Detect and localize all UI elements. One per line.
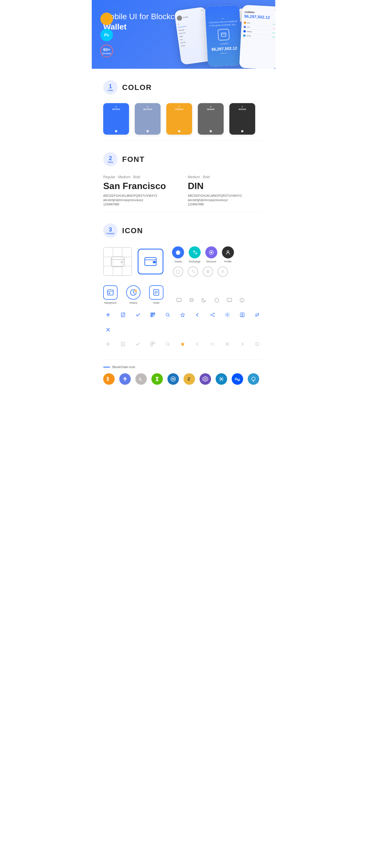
svg-rect-16 xyxy=(109,293,110,294)
assets-icon-filled[interactable] xyxy=(172,246,184,258)
add-icon[interactable] xyxy=(103,310,113,320)
swap-icon[interactable] xyxy=(252,310,262,320)
sf-uppercase: ABCDEFGHIJKLMNOPQRSTUVWXYZ xyxy=(103,194,179,197)
stratis-icon[interactable] xyxy=(216,373,227,385)
din-uppercase: ABCDEFGHIJKLMNOPQRSTUVWXYZ xyxy=(188,194,264,197)
qr-icon-gray[interactable] xyxy=(148,339,158,349)
svg-text:Ł: Ł xyxy=(139,376,142,381)
add-icon-gray[interactable] xyxy=(103,339,113,349)
profile-icon-filled[interactable] xyxy=(222,246,234,258)
svg-marker-11 xyxy=(176,270,180,274)
nav-icons-row-outline xyxy=(172,267,234,277)
bitcoin-icon[interactable]: ₿ xyxy=(103,373,115,385)
color-section-header: 1 ONE COLOR xyxy=(103,80,264,95)
edit-doc-icon[interactable] xyxy=(118,310,128,320)
info-icon-gray[interactable] xyxy=(252,339,262,349)
svg-marker-7 xyxy=(176,250,180,255)
waves-icon[interactable] xyxy=(232,373,243,385)
svg-point-35 xyxy=(210,314,211,315)
check-icon-gray[interactable] xyxy=(133,339,143,349)
qtum-icon[interactable] xyxy=(248,373,259,385)
management-icon[interactable] xyxy=(103,285,117,300)
order-label: Order xyxy=(153,301,160,304)
nav-icons-container: Assets Exchange Discover xyxy=(172,246,234,277)
forward-icon-gray[interactable] xyxy=(237,339,247,349)
chat-icon[interactable] xyxy=(175,296,183,304)
din-numbers: 1234567890 xyxy=(188,203,264,206)
swap-icon-gray[interactable] xyxy=(207,339,217,349)
svg-marker-48 xyxy=(123,377,127,380)
color-title: COLOR xyxy=(122,83,152,92)
blockchain-section: BlockChain Icon ₿ Ł Z xyxy=(92,360,275,396)
icon-assets: Assets xyxy=(172,246,184,263)
dash-icon[interactable] xyxy=(167,373,179,385)
close-icon[interactable] xyxy=(103,325,113,335)
section-2-badge: 2 TWO xyxy=(103,152,117,166)
svg-point-10 xyxy=(227,251,229,252)
discover-icon-filled[interactable] xyxy=(205,246,217,258)
share-icon[interactable] xyxy=(207,310,217,320)
star-icon[interactable] xyxy=(178,310,188,320)
grid-coin-icon[interactable] xyxy=(200,373,211,385)
svg-point-24 xyxy=(242,299,242,300)
icon-title: ICON xyxy=(122,226,143,235)
zcash-icon[interactable]: Z xyxy=(184,373,195,385)
neo-icon[interactable] xyxy=(151,373,163,385)
check-icon[interactable] xyxy=(133,310,143,320)
font-grid: Regular · Medium · Bold San Francisco AB… xyxy=(103,175,264,206)
history-icon[interactable] xyxy=(126,285,140,300)
icon-history: History xyxy=(126,285,140,304)
moon-icon[interactable] xyxy=(200,296,208,304)
swatch-blue: #3574FA xyxy=(103,103,129,135)
svg-text:Z: Z xyxy=(188,376,190,381)
assets-label: Assets xyxy=(174,260,182,263)
ethereum-icon[interactable] xyxy=(119,373,131,385)
svg-rect-20 xyxy=(177,298,181,301)
svg-rect-29 xyxy=(151,313,152,314)
upload-icon[interactable] xyxy=(237,310,247,320)
search-icon-gray[interactable] xyxy=(163,339,173,349)
svg-marker-44 xyxy=(181,342,185,346)
info-icon[interactable] xyxy=(238,296,246,304)
font-section: 2 TWO FONT Regular · Medium · Bold San F… xyxy=(92,141,275,212)
assets-icon-outline[interactable] xyxy=(173,267,183,277)
swatch-dark: #303030 xyxy=(229,103,255,135)
layers-icon[interactable] xyxy=(188,296,196,304)
tool-icons-row-2 xyxy=(103,339,264,349)
profile-icon-outline[interactable] xyxy=(218,267,228,277)
qr-icon[interactable] xyxy=(148,310,158,320)
sf-numbers: 1234567890 xyxy=(103,203,179,206)
icon-section: 3 THREE ICON xyxy=(92,212,275,359)
svg-point-21 xyxy=(215,298,219,302)
din-weights: Medium · Bold xyxy=(188,175,264,179)
misc-icons-row xyxy=(175,296,246,304)
litecoin-icon[interactable]: Ł xyxy=(135,373,147,385)
circle-icon[interactable] xyxy=(213,296,221,304)
exchange-icon-outline[interactable] xyxy=(188,267,198,277)
font-din: Medium · Bold DIN ABCDEFGHIJKLMNOPQRSTUV… xyxy=(188,175,264,206)
icon-profile: Profile xyxy=(222,246,234,263)
svg-rect-25 xyxy=(121,313,125,317)
svg-point-34 xyxy=(213,313,215,314)
discover-label: Discover xyxy=(206,260,216,263)
discover-icon-outline[interactable] xyxy=(203,267,213,277)
settings-icon[interactable] xyxy=(223,310,232,320)
hero-badges: Ps 60+ Screens xyxy=(101,12,113,57)
back-icon[interactable] xyxy=(193,310,202,320)
font-title: FONT xyxy=(122,155,145,164)
svg-marker-54 xyxy=(204,377,207,381)
blockchain-label-row: BlockChain Icon xyxy=(103,365,264,369)
search-icon[interactable] xyxy=(163,310,173,320)
close-x-gray[interactable] xyxy=(223,339,232,349)
star-icon-active[interactable] xyxy=(178,339,188,349)
back-icon-gray[interactable] xyxy=(193,339,202,349)
exchange-icon-filled[interactable] xyxy=(189,246,201,258)
order-icon[interactable] xyxy=(149,285,163,300)
edit-doc-icon-gray[interactable] xyxy=(118,339,128,349)
message-icon[interactable] xyxy=(225,296,233,304)
profile-label: Profile xyxy=(224,260,232,263)
font-section-header: 2 TWO FONT xyxy=(103,152,264,166)
screens-badge: 60+ Screens xyxy=(101,45,113,57)
sf-name: San Francisco xyxy=(103,181,179,191)
svg-rect-22 xyxy=(227,298,232,301)
